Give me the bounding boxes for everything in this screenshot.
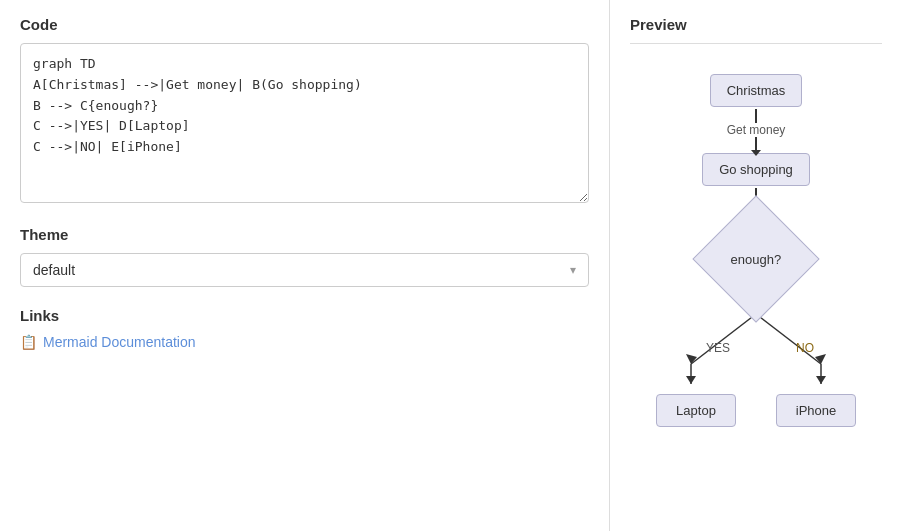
svg-line-0 — [691, 314, 756, 364]
svg-marker-7 — [686, 376, 696, 384]
theme-select[interactable]: default forest dark neutral — [21, 254, 588, 286]
svg-line-2 — [756, 314, 821, 364]
code-section: Code graph TD <span class="node-id">A</s… — [20, 16, 589, 206]
links-section: Links 📋 Mermaid Documentation — [20, 307, 589, 350]
right-panel: Preview Christmas Get money Go shopping — [610, 0, 902, 531]
node-go-shopping: Go shopping — [702, 153, 810, 186]
svg-marker-9 — [816, 376, 826, 384]
code-title: Code — [20, 16, 589, 33]
node-christmas: Christmas — [710, 74, 803, 107]
mermaid-doc-link[interactable]: Mermaid Documentation — [43, 334, 196, 350]
links-title: Links — [20, 307, 589, 324]
branch-lines-svg: YES NO — [656, 314, 856, 404]
list-item: 📋 Mermaid Documentation — [20, 334, 589, 350]
edge-label-ab: Get money — [727, 123, 786, 137]
node-laptop: Laptop — [656, 394, 736, 427]
svg-marker-1 — [686, 354, 697, 364]
svg-text:YES: YES — [706, 341, 730, 355]
links-list: 📋 Mermaid Documentation — [20, 334, 589, 350]
document-icon: 📋 — [20, 334, 37, 350]
node-iphone: iPhone — [776, 394, 856, 427]
preview-title: Preview — [630, 16, 882, 44]
diagram-container: Christmas Get money Go shopping enough? — [630, 64, 882, 515]
code-editor[interactable]: graph TD <span class="node-id">A</span>[… — [20, 43, 589, 203]
theme-title: Theme — [20, 226, 589, 243]
node-enough: enough? — [692, 195, 819, 322]
svg-marker-3 — [815, 354, 826, 364]
theme-select-wrapper: default forest dark neutral ▾ — [20, 253, 589, 287]
svg-text:NO: NO — [796, 341, 814, 355]
theme-section: Theme default forest dark neutral ▾ — [20, 226, 589, 287]
left-panel: Code graph TD <span class="node-id">A</s… — [0, 0, 610, 531]
